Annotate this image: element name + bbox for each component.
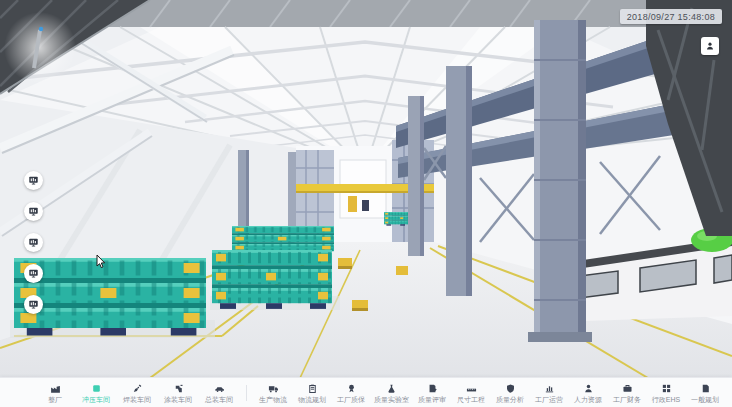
stamping-icon [91, 383, 102, 394]
factory-icon [50, 383, 61, 394]
kpi-board-icon [28, 206, 39, 217]
kpi-board-icon [28, 268, 39, 279]
tab-stamping-workshop-label: 冲压车间 [82, 396, 110, 404]
fab-kpi-board-1[interactable] [24, 171, 43, 190]
module-general-planning-label: 一般规划 [691, 396, 719, 404]
module-logistics-planning[interactable]: 物流规划 [295, 382, 329, 404]
user-button[interactable] [701, 37, 719, 55]
welding-icon [132, 383, 143, 394]
flask-icon [386, 383, 397, 394]
digital-twin-app: 2018/09/27 15:48:08 整厂冲压车间焊装车间涂装车间总装车间 生… [0, 0, 732, 407]
truck-icon [268, 383, 279, 394]
tab-painting-workshop[interactable]: 涂装车间 [161, 382, 195, 404]
bottom-toolbar: 整厂冲压车间焊装车间涂装车间总装车间 生产物流物流规划工厂质保质量实验室质量评审… [0, 377, 732, 407]
module-dimensional-engineering[interactable]: 尺寸工程 [454, 382, 488, 404]
module-factory-operations[interactable]: 工厂运营 [532, 382, 566, 404]
tab-stamping-workshop[interactable]: 冲压车间 [79, 382, 113, 404]
module-dimensional-engineering-label: 尺寸工程 [457, 396, 485, 404]
person-icon [583, 383, 594, 394]
clipboard-icon [307, 383, 318, 394]
fab-kpi-board-5[interactable] [24, 295, 43, 314]
fab-kpi-board-4[interactable] [24, 264, 43, 283]
fab-kpi-board-2[interactable] [24, 202, 43, 221]
review-icon [427, 383, 438, 394]
tab-welding-workshop[interactable]: 焊装车间 [120, 382, 154, 404]
module-human-resources[interactable]: 人力资源 [571, 382, 605, 404]
shield-icon [505, 383, 516, 394]
tab-assembly-workshop[interactable]: 总装车间 [202, 382, 236, 404]
ruler-icon [466, 383, 477, 394]
module-human-resources-label: 人力资源 [574, 396, 602, 404]
module-factory-operations-label: 工厂运营 [535, 396, 563, 404]
workshop-tabs: 整厂冲压车间焊装车间涂装车间总装车间 [38, 382, 236, 404]
module-factory-finance[interactable]: 工厂财务 [610, 382, 644, 404]
grid-icon [661, 383, 672, 394]
left-fab-stack [24, 171, 43, 314]
tab-welding-workshop-label: 焊装车间 [123, 396, 151, 404]
kpi-board-icon [28, 299, 39, 310]
module-factory-qa-label: 工厂质保 [337, 396, 365, 404]
module-quality-review-label: 质量评审 [418, 396, 446, 404]
badge-icon [346, 383, 357, 394]
module-quality-lab[interactable]: 质量实验室 [373, 382, 410, 404]
toolbar-separator [246, 385, 247, 401]
kpi-board-icon [28, 175, 39, 186]
module-quality-review[interactable]: 质量评审 [415, 382, 449, 404]
chart-icon [544, 383, 555, 394]
module-quality-lab-label: 质量实验室 [374, 396, 409, 404]
fab-kpi-board-3[interactable] [24, 233, 43, 252]
lens-flare [4, 12, 76, 84]
warehouse-3d-viewport[interactable] [0, 0, 732, 378]
module-admin-ehs-label: 行政EHS [652, 396, 680, 404]
kpi-board-icon [28, 237, 39, 248]
module-logistics-planning-label: 物流规划 [298, 396, 326, 404]
briefcase-icon [622, 383, 633, 394]
tab-painting-workshop-label: 涂装车间 [164, 396, 192, 404]
module-quality-analysis[interactable]: 质量分析 [493, 382, 527, 404]
module-quality-analysis-label: 质量分析 [496, 396, 524, 404]
tab-whole-plant-label: 整厂 [48, 396, 62, 404]
document-icon [700, 383, 711, 394]
module-tabs: 生产物流物流规划工厂质保质量实验室质量评审尺寸工程质量分析工厂运营人力资源工厂财… [256, 382, 722, 404]
module-general-planning[interactable]: 一般规划 [688, 382, 722, 404]
timestamp-chip: 2018/09/27 15:48:08 [620, 9, 722, 24]
tab-whole-plant[interactable]: 整厂 [38, 382, 72, 404]
module-production-logistics[interactable]: 生产物流 [256, 382, 290, 404]
module-factory-finance-label: 工厂财务 [613, 396, 641, 404]
tab-assembly-workshop-label: 总装车间 [205, 396, 233, 404]
module-admin-ehs[interactable]: 行政EHS [649, 382, 683, 404]
module-production-logistics-label: 生产物流 [259, 396, 287, 404]
user-icon [705, 41, 715, 51]
module-factory-qa[interactable]: 工厂质保 [334, 382, 368, 404]
car-icon [214, 383, 225, 394]
painting-icon [173, 383, 184, 394]
